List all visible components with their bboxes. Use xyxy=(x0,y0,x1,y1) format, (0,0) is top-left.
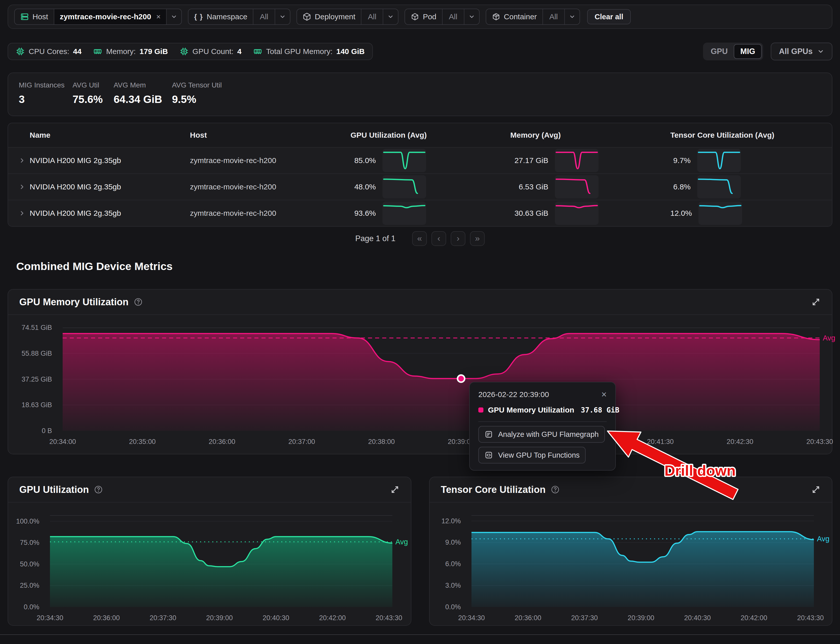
filter-container-value[interactable]: All xyxy=(542,9,564,24)
device-name: NVIDIA H200 MIG 2g.35gb xyxy=(30,209,190,217)
column-header-tensor[interactable]: Tensor Core Utilization (Avg) xyxy=(670,131,832,140)
y-axis-label: 55.88 GiB xyxy=(21,349,52,357)
y-axis-label: 37.25 GiB xyxy=(21,375,52,383)
view-top-functions-button[interactable]: View GPU Top Functions xyxy=(478,447,585,463)
view-controls: GPU MIG All GPUs xyxy=(703,43,832,60)
table-row[interactable]: NVIDIA H200 MIG 2g.35gb zymtrace-movie-r… xyxy=(8,147,832,173)
analyze-flamegraph-button[interactable]: Analyze with GPU Flamegraph xyxy=(478,426,605,443)
gpu-selector-dropdown[interactable]: All GPUs xyxy=(771,43,832,60)
gpu-util-value: 85.0% xyxy=(350,156,376,165)
stats-row: CPU Cores: 44 Memory: 179 GiB GPU Count:… xyxy=(8,43,832,60)
last-page-button[interactable]: » xyxy=(470,231,485,246)
filter-pod-value[interactable]: All xyxy=(442,9,464,24)
summary-label: AVG Util xyxy=(72,81,113,89)
expand-icon[interactable] xyxy=(811,485,821,495)
help-icon[interactable] xyxy=(134,297,143,307)
expand-row-button[interactable] xyxy=(8,210,30,217)
filter-host-value[interactable]: zymtrace-movie-rec-h200 × xyxy=(54,9,166,24)
stat-value: 140 GiB xyxy=(336,47,365,56)
tensor-util-value: 6.8% xyxy=(670,182,690,191)
page-divider xyxy=(0,634,840,635)
gpu-memory-utilization-card: GPU Memory Utilization 74.51 GiB55.88 Gi… xyxy=(8,289,832,454)
x-axis-label: 20:40:30 xyxy=(263,614,289,622)
card-header: Tensor Core Utilization xyxy=(430,477,832,503)
toggle-option-mig[interactable]: MIG xyxy=(734,44,762,59)
stat-value: 179 GiB xyxy=(140,47,168,56)
filter-bar: Host zymtrace-movie-rec-h200 × { } Names… xyxy=(8,5,832,29)
next-page-button[interactable]: › xyxy=(451,231,465,246)
chart-plot[interactable]: 20:34:3020:36:0020:37:3020:39:0020:40:30… xyxy=(472,515,814,607)
expand-row-button[interactable] xyxy=(8,183,30,191)
series-value: 37.68 GiB xyxy=(581,406,619,414)
chart-title: GPU Memory Utilization xyxy=(19,297,128,307)
y-axis-label: 25.0% xyxy=(20,582,39,590)
help-icon[interactable] xyxy=(551,485,560,494)
filter-namespace-dropdown[interactable] xyxy=(275,9,290,24)
y-axis: 12.0%9.0%6.0%3.0%0.0% xyxy=(430,515,467,607)
summary-value: 9.5% xyxy=(172,93,222,105)
clear-all-button[interactable]: Clear all xyxy=(587,9,631,24)
remove-filter-icon[interactable]: × xyxy=(156,12,161,21)
filter-container-dropdown[interactable] xyxy=(564,9,580,24)
chevron-down-icon xyxy=(387,13,394,20)
column-header-gpu-util[interactable]: GPU Utilization (Avg) xyxy=(350,131,510,140)
device-name: NVIDIA H200 MIG 2g.35gb xyxy=(30,156,190,165)
memory-icon xyxy=(253,47,262,56)
y-axis-label: 74.51 GiB xyxy=(21,324,52,332)
y-axis-label: 9.0% xyxy=(445,539,461,546)
toggle-option-gpu[interactable]: GPU xyxy=(705,44,734,59)
filter-host-dropdown[interactable] xyxy=(166,9,181,24)
first-page-button[interactable]: « xyxy=(412,231,427,246)
column-header-memory[interactable]: Memory (Avg) xyxy=(510,131,670,140)
expand-icon[interactable] xyxy=(811,297,821,307)
x-axis-label: 20:37:00 xyxy=(288,438,315,446)
selected-point-marker[interactable] xyxy=(457,375,465,382)
summary-avg-util: AVG Util 75.6% xyxy=(72,81,113,116)
mig-devices-table: Name Host GPU Utilization (Avg) Memory (… xyxy=(8,123,832,227)
help-icon[interactable] xyxy=(94,485,103,494)
y-axis: 74.51 GiB55.88 GiB37.25 GiB18.63 GiB0 B xyxy=(8,328,58,431)
column-header-host[interactable]: Host xyxy=(190,131,350,140)
action-label: View GPU Top Functions xyxy=(498,451,580,459)
tensor-sparkline xyxy=(697,149,741,172)
chevron-right-icon xyxy=(18,157,26,164)
y-axis-label: 3.0% xyxy=(445,582,461,590)
filter-namespace-label: { } Namespace xyxy=(189,9,253,24)
chevron-down-icon xyxy=(569,13,575,20)
section-title: Combined MIG Device Metrics xyxy=(16,260,173,273)
gpu-selector-value: All GPUs xyxy=(779,47,813,56)
expand-row-button[interactable] xyxy=(8,157,30,164)
gpu-mig-toggle: GPU MIG xyxy=(703,43,763,60)
action-label: Analyze with GPU Flamegraph xyxy=(498,430,599,439)
close-icon[interactable]: × xyxy=(601,390,607,399)
chart-plot[interactable]: 20:34:3020:36:0020:37:3020:39:0020:40:30… xyxy=(50,515,392,607)
y-axis-label: 0.0% xyxy=(24,603,39,611)
prev-page-button[interactable]: ‹ xyxy=(431,231,446,246)
x-axis-label: 20:37:30 xyxy=(150,614,176,622)
filter-deployment-label: Deployment xyxy=(297,9,361,24)
filter-pod-dropdown[interactable] xyxy=(464,9,479,24)
y-axis-label: 6.0% xyxy=(445,560,461,568)
pagination: Page 1 of 1 « ‹ › » xyxy=(0,231,840,246)
x-axis-label: 20:39:00 xyxy=(206,614,233,622)
table-row[interactable]: NVIDIA H200 MIG 2g.35gb zymtrace-movie-r… xyxy=(8,200,832,226)
expand-icon[interactable] xyxy=(390,485,400,495)
series-label: GPU Memory Utilization xyxy=(488,406,574,414)
avg-label: Avg xyxy=(395,537,408,546)
filter-deployment-dropdown[interactable] xyxy=(383,9,398,24)
chevron-down-icon xyxy=(817,48,824,55)
x-axis-label: 20:40:30 xyxy=(684,614,711,622)
chart-plot[interactable]: 20:34:0020:35:0020:36:0020:37:0020:38:00… xyxy=(62,328,820,431)
container-icon xyxy=(492,12,500,21)
table-row[interactable]: NVIDIA H200 MIG 2g.35gb zymtrace-movie-r… xyxy=(8,173,832,200)
column-header-name[interactable]: Name xyxy=(30,131,190,140)
tensor-sparkline xyxy=(697,175,741,199)
area-chart xyxy=(62,328,820,431)
filter-deployment-value[interactable]: All xyxy=(361,9,383,24)
cpu-icon xyxy=(16,47,25,56)
stat-memory: Memory: 179 GiB xyxy=(93,47,168,56)
y-axis-label: 18.63 GiB xyxy=(21,401,52,409)
device-name: NVIDIA H200 MIG 2g.35gb xyxy=(30,182,190,191)
x-axis-label: 20:34:30 xyxy=(36,614,63,622)
filter-namespace-value[interactable]: All xyxy=(253,9,275,24)
